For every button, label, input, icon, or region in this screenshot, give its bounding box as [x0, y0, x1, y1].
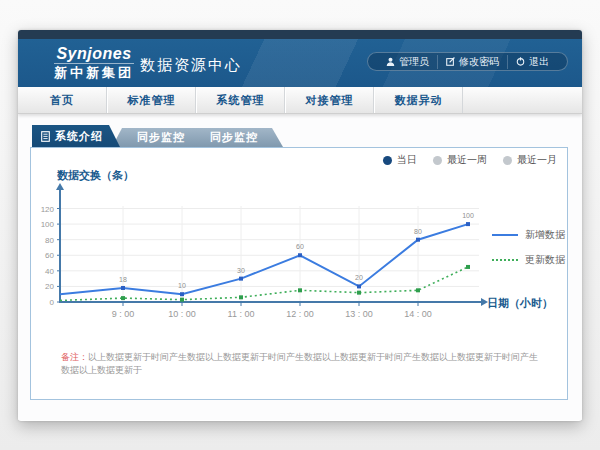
svg-text:100: 100 — [462, 212, 474, 219]
company-logo: Synjones 新中新集团 — [54, 45, 134, 81]
chart-legend: 新增数据 更新数据 — [492, 228, 565, 267]
change-password-label: 修改密码 — [459, 55, 499, 69]
page-title: 数据资源中心 — [140, 56, 242, 75]
logout-label: 退出 — [529, 55, 549, 69]
svg-text:11 : 00: 11 : 00 — [228, 309, 255, 319]
svg-text:10: 10 — [178, 282, 186, 289]
svg-text:20: 20 — [45, 282, 54, 291]
power-icon — [516, 57, 525, 66]
svg-text:60: 60 — [45, 251, 54, 260]
svg-text:120: 120 — [41, 205, 55, 214]
x-axis-title: 日期（小时） — [487, 296, 553, 311]
main-nav: 首页 标准管理 系统管理 对接管理 数据异动 — [18, 87, 582, 114]
footnote-prefix: 备注： — [61, 352, 88, 362]
chart-panel: 当日 最近一周 最近一月 数据交换（条） 0204060801001209 : … — [30, 147, 568, 400]
svg-text:0: 0 — [50, 298, 55, 307]
page-background: Synjones 新中新集团 数据资源中心 管理员 修改密码 — [0, 0, 600, 450]
svg-text:60: 60 — [296, 243, 304, 250]
tab-label: 系统介绍 — [55, 129, 103, 144]
solid-line-swatch-icon — [492, 234, 518, 236]
logout-button[interactable]: 退出 — [507, 55, 557, 69]
svg-text:100: 100 — [41, 220, 55, 229]
logo-company-name: 新中新集团 — [54, 63, 134, 81]
legend-item-new-data[interactable]: 新增数据 — [492, 228, 565, 242]
nav-item-home[interactable]: 首页 — [18, 87, 107, 113]
app-header: Synjones 新中新集团 数据资源中心 管理员 修改密码 — [18, 39, 582, 87]
legend-label: 新增数据 — [525, 228, 565, 242]
change-password-button[interactable]: 修改密码 — [437, 55, 507, 69]
document-icon — [41, 131, 50, 142]
current-user-button[interactable]: 管理员 — [378, 55, 437, 69]
user-icon — [386, 57, 395, 66]
current-user-label: 管理员 — [399, 55, 429, 69]
footnote: 备注：以上数据更新于时间产生数据以上数据更新于时间产生数据以上数据更新于时间产生… — [61, 351, 541, 377]
nav-item-data-change[interactable]: 数据异动 — [374, 87, 463, 113]
tab-bar: 同步监控 同步监控 系统介绍 — [32, 125, 332, 147]
footnote-text: 以上数据更新于时间产生数据以上数据更新于时间产生数据以上数据更新于时间产生数据以… — [61, 352, 538, 375]
legend-item-updated-data[interactable]: 更新数据 — [492, 253, 565, 267]
svg-text:12 : 00: 12 : 00 — [286, 309, 314, 319]
user-toolbar: 管理员 修改密码 退出 — [367, 52, 568, 71]
app-window: Synjones 新中新集团 数据资源中心 管理员 修改密码 — [18, 30, 582, 421]
svg-text:80: 80 — [414, 228, 422, 235]
chart-svg: 0204060801001209 : 0010 : 0011 : 0012 : … — [31, 148, 567, 348]
legend-label: 更新数据 — [525, 253, 565, 267]
svg-text:13 : 00: 13 : 00 — [345, 309, 373, 319]
content-area: 同步监控 同步监控 系统介绍 当日 — [18, 114, 582, 420]
svg-text:14 : 00: 14 : 00 — [404, 309, 432, 319]
tab-sync-monitor-1[interactable]: 同步监控 — [112, 128, 210, 147]
nav-item-system[interactable]: 系统管理 — [196, 87, 285, 113]
svg-text:10 : 00: 10 : 00 — [168, 309, 196, 319]
svg-text:18: 18 — [119, 276, 127, 283]
nav-item-interface[interactable]: 对接管理 — [285, 87, 374, 113]
svg-text:20: 20 — [355, 274, 363, 281]
svg-text:30: 30 — [237, 267, 245, 274]
tab-system-intro[interactable]: 系统介绍 — [32, 125, 120, 147]
nav-item-standards[interactable]: 标准管理 — [107, 87, 196, 113]
tab-label: 同步监控 — [210, 130, 258, 145]
svg-text:40: 40 — [45, 267, 54, 276]
svg-text:80: 80 — [45, 236, 54, 245]
window-top-strip — [18, 30, 582, 39]
svg-text:9 : 00: 9 : 00 — [112, 309, 135, 319]
tab-label: 同步监控 — [137, 130, 185, 145]
dotted-line-swatch-icon — [492, 259, 518, 261]
logo-wordmark: Synjones — [54, 45, 134, 63]
edit-icon — [446, 57, 455, 66]
